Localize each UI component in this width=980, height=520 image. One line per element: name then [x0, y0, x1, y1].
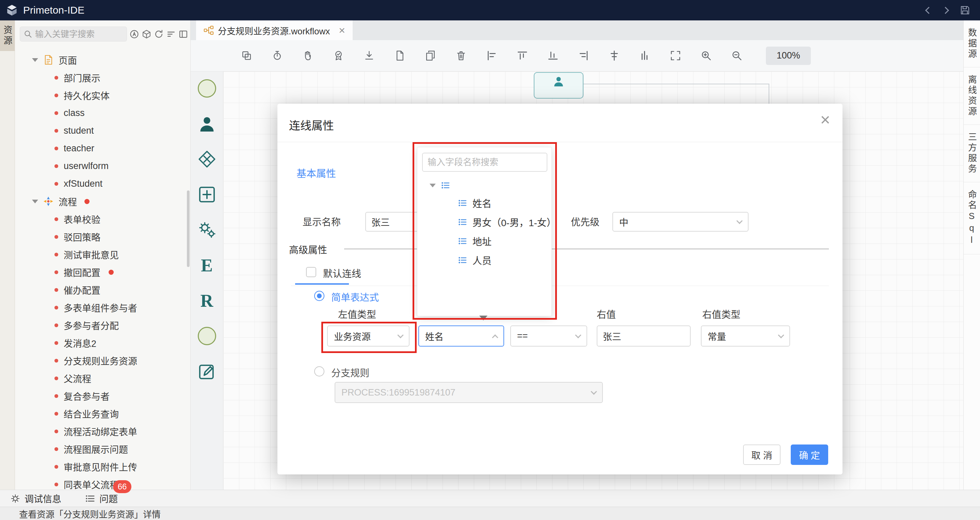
sidebar-scrollbar[interactable] — [187, 190, 189, 267]
nav-back-icon[interactable] — [925, 6, 932, 14]
fullscreen-icon[interactable] — [668, 48, 683, 63]
collapse-panel-icon[interactable] — [178, 29, 188, 39]
tree-item[interactable]: 驳回策略 — [15, 228, 190, 246]
zoom-level[interactable]: 100% — [766, 47, 811, 65]
search-box[interactable] — [20, 27, 127, 41]
zoom-in-icon[interactable] — [698, 48, 713, 63]
align-left-icon[interactable] — [484, 48, 499, 63]
rail-tab-third-party-services[interactable]: 三方服务 — [964, 125, 980, 182]
refresh-icon[interactable] — [154, 29, 164, 39]
tree-folder-pages[interactable]: 页面 — [15, 51, 190, 69]
ai-assistant-icon[interactable] — [129, 29, 139, 39]
operator-select[interactable]: == — [510, 325, 587, 347]
participant-node[interactable] — [534, 72, 584, 98]
tree-item[interactable]: 催办配置 — [15, 281, 190, 299]
service-gear-icon[interactable] — [196, 219, 218, 241]
field-tree-root[interactable] — [430, 177, 451, 193]
tree-item[interactable]: 审批意见附件上传 — [15, 458, 190, 476]
field-search-input[interactable] — [422, 153, 547, 172]
tree-item[interactable]: 父流程 — [15, 369, 190, 387]
tree-item[interactable]: teacher — [15, 140, 190, 157]
caret-down-icon[interactable] — [32, 58, 38, 62]
priority-select[interactable]: 中 — [612, 212, 749, 231]
search-input[interactable] — [35, 29, 120, 39]
problems-button[interactable]: 问题 — [85, 492, 118, 505]
caret-down-icon[interactable] — [430, 184, 436, 187]
tree-item[interactable]: 流程活动绑定表单 — [15, 422, 190, 440]
field-option[interactable]: 地址 — [458, 232, 492, 250]
left-type-select[interactable]: 业务资源 — [327, 325, 409, 347]
chevron-down-icon — [590, 388, 597, 395]
participant-icon[interactable] — [196, 113, 218, 135]
field-option[interactable]: 姓名 — [458, 194, 492, 212]
tree-item[interactable]: 部门展示 — [15, 69, 190, 86]
ok-button[interactable]: 确 定 — [791, 444, 828, 465]
modal-close-icon[interactable]: × — [820, 111, 830, 128]
tree-item[interactable]: 复合参与者 — [15, 387, 190, 405]
tree-item[interactable]: 结合业务查询 — [15, 405, 190, 422]
sort-list-icon[interactable] — [166, 29, 176, 39]
tree-item[interactable]: 持久化实体 — [15, 86, 190, 104]
branch-rule-select[interactable]: PROCESS:1699519874107 — [335, 382, 603, 403]
tree-item-label: 持久化实体 — [64, 89, 110, 102]
field-option[interactable]: 男女（0-男，1-女） — [458, 213, 552, 231]
start-node-icon[interactable] — [196, 78, 218, 99]
tree-item[interactable]: 同表单父流程 — [15, 476, 190, 490]
stats-icon[interactable] — [637, 48, 652, 63]
copy-icon[interactable] — [239, 48, 254, 63]
field-option[interactable]: 人员 — [458, 251, 492, 269]
r-node[interactable]: R — [196, 290, 218, 312]
left-field-select[interactable]: 姓名 — [418, 325, 504, 347]
debug-info-button[interactable]: 调试信息 — [10, 492, 61, 505]
align-right-icon[interactable] — [576, 48, 591, 63]
gateway-icon[interactable] — [196, 148, 218, 170]
default-line-checkbox[interactable] — [306, 267, 316, 277]
tree-item[interactable]: 多参与者分配 — [15, 316, 190, 334]
simple-expression-radio[interactable] — [314, 291, 325, 301]
cancel-button[interactable]: 取 消 — [743, 444, 781, 465]
package-icon[interactable] — [142, 29, 151, 39]
tree-item[interactable]: 流程图展示问题 — [15, 440, 190, 458]
timer-icon[interactable] — [270, 48, 285, 63]
save-icon[interactable] — [959, 5, 970, 16]
rail-tab-offline-resources[interactable]: 离线资源 — [964, 67, 980, 125]
tree-item[interactable]: xfStudent — [15, 175, 190, 192]
editor-tab-workflow[interactable]: 分支规则业务资源.workflowx × — [196, 21, 353, 40]
activity-icon[interactable] — [196, 184, 218, 205]
e-node[interactable]: E — [196, 254, 218, 276]
tree-item[interactable]: 测试审批意见 — [15, 246, 190, 263]
branch-rule-radio[interactable] — [314, 366, 325, 376]
pan-hand-icon[interactable] — [300, 48, 315, 63]
connection-line[interactable] — [584, 84, 769, 84]
tree-item[interactable]: student — [15, 122, 190, 140]
delete-icon[interactable] — [453, 48, 468, 63]
form-icon[interactable] — [196, 360, 218, 382]
tree-item[interactable]: 多表单组件参与者 — [15, 299, 190, 316]
tree-folder-process[interactable]: 流程 — [15, 192, 190, 210]
tree-item[interactable]: 撤回配置 — [15, 263, 190, 281]
zoom-out-icon[interactable] — [729, 48, 744, 63]
align-top-icon[interactable] — [515, 48, 530, 63]
tab-basic-properties[interactable]: 基本属性 — [296, 166, 336, 180]
rail-tab-datasource[interactable]: 数据源 — [964, 21, 980, 67]
tab-close-icon[interactable]: × — [339, 25, 345, 36]
tree-item[interactable]: 发消息2 — [15, 334, 190, 352]
align-center-icon[interactable] — [606, 48, 622, 63]
right-value-input[interactable] — [597, 325, 690, 347]
tree-item[interactable]: class — [15, 104, 190, 122]
download-icon[interactable] — [361, 48, 377, 63]
duplicate-icon[interactable] — [423, 48, 438, 63]
bullet-icon — [54, 217, 58, 221]
align-bottom-icon[interactable] — [545, 48, 560, 63]
tree-item[interactable]: userwlform — [15, 157, 190, 175]
file-icon[interactable] — [392, 48, 407, 63]
tree-item[interactable]: 分支规则业务资源 — [15, 352, 190, 369]
tree-item[interactable]: 表单校验 — [15, 210, 190, 228]
end-node-icon[interactable] — [196, 325, 218, 347]
validate-icon[interactable] — [331, 48, 346, 63]
right-type-select[interactable]: 常量 — [701, 325, 790, 347]
rail-tab-resources[interactable]: 资源 — [0, 21, 14, 51]
nav-forward-icon[interactable] — [942, 6, 949, 14]
caret-down-icon[interactable] — [32, 200, 38, 203]
rail-tab-named-sql[interactable]: 命名Sql — [964, 182, 980, 254]
